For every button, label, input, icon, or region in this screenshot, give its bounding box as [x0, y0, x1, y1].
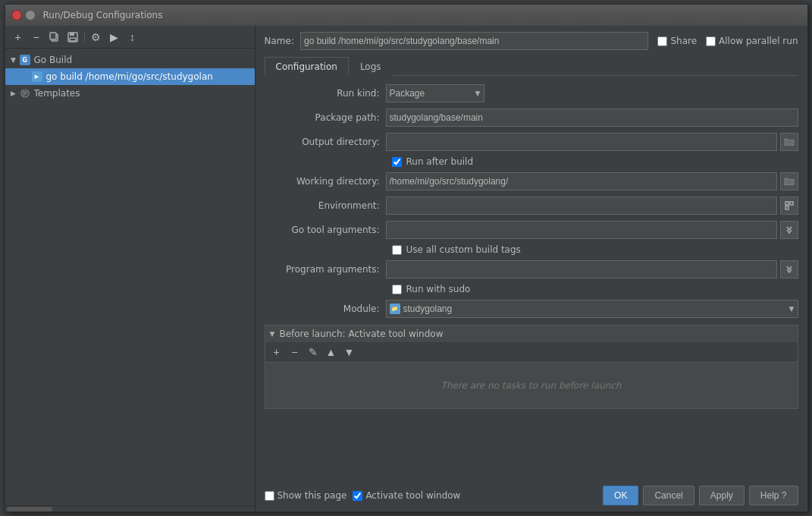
svg-rect-11 [785, 206, 788, 209]
module-select[interactable]: studygolang [403, 304, 795, 314]
run-after-build-checkbox[interactable] [392, 157, 402, 167]
run-with-sudo-checkbox[interactable] [392, 285, 402, 294]
go-tool-args-input[interactable] [386, 221, 777, 239]
window-controls[interactable] [11, 10, 36, 20]
environment-expand-button[interactable] [780, 197, 798, 215]
output-directory-input[interactable] [386, 133, 777, 151]
environment-control [386, 197, 798, 215]
bottom-row: Show this page Activate tool window OK C… [265, 481, 798, 505]
parallel-checkbox-label[interactable]: Allow parallel run [706, 36, 798, 46]
run-kind-control: Package File Directory ▼ [386, 84, 798, 102]
module-row: Module: 📁 studygolang ▼ [265, 299, 798, 319]
config-item-icon: ▶ [31, 71, 43, 83]
go-tool-args-label: Go tool arguments: [265, 225, 386, 235]
apply-button[interactable]: Apply [699, 486, 745, 505]
program-args-control [386, 260, 798, 278]
working-directory-label: Working directory: [265, 176, 386, 187]
copy-config-button[interactable] [46, 29, 63, 46]
run-with-sudo-label[interactable]: Run with sudo [406, 284, 471, 294]
settings-button[interactable]: ⚙ [88, 29, 105, 46]
help-button[interactable]: Help ? [749, 486, 798, 505]
working-directory-input[interactable] [386, 172, 777, 190]
program-args-expand-button[interactable] [780, 260, 798, 278]
go-build-group-label: Go Build [34, 55, 73, 65]
remove-config-button[interactable]: − [28, 29, 45, 46]
before-launch-content: There are no tasks to run before launch [265, 363, 798, 408]
output-directory-control [386, 133, 798, 151]
package-path-input[interactable] [386, 109, 798, 127]
minimize-button[interactable] [25, 10, 36, 20]
before-launch-toggle[interactable]: ▼ [270, 330, 275, 338]
before-launch-down-button[interactable]: ▼ [341, 344, 358, 360]
expand-button[interactable]: ▶ [106, 29, 123, 46]
output-folder-button[interactable] [780, 133, 798, 151]
show-page-label[interactable]: Show this page [265, 490, 347, 501]
program-args-input[interactable] [386, 260, 777, 278]
go-tool-args-control [386, 221, 798, 239]
before-launch-remove-button[interactable]: − [287, 344, 303, 360]
go-tool-args-expand-button[interactable] [780, 221, 798, 239]
custom-build-tags-checkbox[interactable] [392, 245, 402, 255]
tree-item-templates[interactable]: ▶ Templates [5, 85, 255, 102]
before-launch-edit-button[interactable]: ✎ [305, 344, 321, 360]
tree-item-config[interactable]: ▶ ▶ go build /home/mi/go/src/studygolan [5, 68, 255, 85]
package-path-label: Package path: [265, 112, 386, 123]
config-tree[interactable]: ▼ G Go Build ▶ ▶ go build /home/mi/go/sr… [5, 49, 255, 505]
output-directory-row: Output directory: [265, 132, 798, 152]
module-control: 📁 studygolang ▼ [386, 300, 798, 318]
svg-rect-1 [50, 33, 56, 39]
working-directory-row: Working directory: [265, 171, 798, 191]
ok-button[interactable]: OK [603, 486, 638, 505]
tab-logs[interactable]: Logs [349, 57, 393, 76]
package-path-control [386, 109, 798, 127]
name-input[interactable] [300, 32, 648, 50]
run-kind-select-wrapper[interactable]: Package File Directory ▼ [386, 84, 484, 102]
before-launch-add-button[interactable]: + [268, 344, 285, 360]
left-toolbar: + − ⚙ ▶ ↕ [5, 26, 255, 49]
go-build-group-icon: G [19, 54, 31, 66]
templates-arrow[interactable]: ▶ [8, 88, 19, 99]
templates-label: Templates [34, 88, 80, 99]
parallel-checkbox[interactable] [706, 36, 716, 46]
run-kind-row: Run kind: Package File Directory ▼ [265, 83, 798, 103]
svg-rect-9 [785, 202, 788, 205]
tree-item-arrow: ▶ [20, 71, 31, 82]
before-launch-toolbar: + − ✎ ▲ ▼ [265, 342, 798, 363]
run-with-sudo-row: Run with sudo [265, 284, 798, 294]
cancel-button[interactable]: Cancel [643, 486, 694, 505]
show-page-checkbox[interactable] [265, 491, 274, 501]
run-kind-select[interactable]: Package File Directory [390, 88, 481, 99]
before-launch-header: ▼ Before launch: Activate tool window [265, 326, 798, 342]
custom-build-tags-label[interactable]: Use all custom build tags [406, 244, 521, 255]
add-config-button[interactable]: + [10, 29, 27, 46]
share-checkbox-label[interactable]: Share [657, 36, 697, 46]
svg-rect-3 [70, 33, 74, 36]
tab-bar: Configuration Logs [265, 56, 798, 76]
run-after-build-label[interactable]: Run after build [406, 156, 474, 167]
working-folder-button[interactable] [780, 172, 798, 190]
sort-button[interactable]: ↕ [124, 29, 141, 46]
configuration-form: Run kind: Package File Directory ▼ [265, 83, 798, 481]
config-item-label: go build /home/mi/go/src/studygolan [46, 71, 213, 82]
left-panel: + − ⚙ ▶ ↕ [5, 26, 256, 511]
name-row: Name: Share Allow parallel run [265, 32, 798, 50]
module-dropdown[interactable]: 📁 studygolang ▼ [386, 300, 798, 318]
left-scrollbar[interactable] [5, 505, 255, 511]
right-panel: Name: Share Allow parallel run Configura… [256, 26, 807, 511]
environment-label: Environment: [265, 200, 386, 211]
share-checkbox[interactable] [657, 36, 667, 46]
window-title: Run/Debug Configurations [43, 10, 163, 20]
environment-input[interactable] [386, 197, 777, 215]
tree-expand-arrow[interactable]: ▼ [8, 55, 19, 65]
templates-icon [19, 87, 31, 99]
save-config-button[interactable] [64, 29, 81, 46]
tree-group-go-build[interactable]: ▼ G Go Build [5, 52, 255, 68]
run-kind-label: Run kind: [265, 88, 386, 99]
svg-rect-4 [70, 38, 76, 41]
close-button[interactable] [11, 10, 22, 20]
before-launch-up-button[interactable]: ▲ [323, 344, 340, 360]
tab-configuration[interactable]: Configuration [265, 57, 349, 76]
activate-tool-checkbox[interactable] [353, 491, 362, 501]
module-icon: 📁 [390, 304, 400, 314]
activate-tool-label[interactable]: Activate tool window [353, 490, 460, 501]
